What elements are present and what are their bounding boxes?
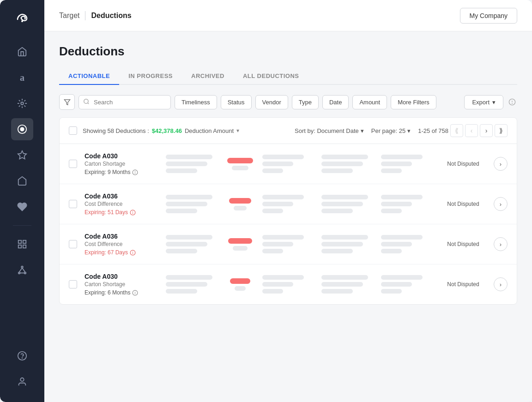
row-checkbox-3[interactable] <box>69 240 77 248</box>
skeleton-bar <box>262 249 283 253</box>
row-info-3: Code A036 Cost Difference Expiring: 67 D… <box>85 233 158 256</box>
export-label: Export <box>472 99 490 106</box>
row-amount-4 <box>225 278 255 291</box>
deduction-amount-chevron[interactable]: ▾ <box>236 127 239 134</box>
deductions-table: Showing 58 Deductions : $42,378.46 Deduc… <box>59 117 517 305</box>
heart-icon[interactable] <box>11 196 33 218</box>
first-page-button[interactable]: ⟪ <box>450 124 463 137</box>
status-filter-button[interactable]: Status <box>221 95 252 109</box>
main-content: Target Deductions My Company Deductions … <box>44 0 532 402</box>
skeleton-bar <box>381 242 412 246</box>
skeleton-bar <box>262 242 294 246</box>
skeleton-bar <box>381 168 402 173</box>
skeleton-bar <box>321 155 368 159</box>
table-row[interactable]: Code A030 Carton Shortage Expiring: 9 Mo… <box>60 144 517 184</box>
vendor-filter-button[interactable]: Vendor <box>255 95 288 109</box>
sort-chevron-icon: ▾ <box>361 127 364 134</box>
more-filters-button[interactable]: More Filters <box>391 95 436 109</box>
sort-label: Sort by: Document Date <box>295 127 359 134</box>
tag-icon[interactable] <box>11 92 33 114</box>
table-row[interactable]: Code A036 Cost Difference Expiring: 51 D… <box>60 184 517 224</box>
total-amount: $42,378.46 <box>152 127 182 134</box>
row-checkbox-4[interactable] <box>69 280 77 288</box>
skeleton-bar <box>321 249 353 253</box>
skeleton-bar <box>321 242 363 246</box>
row-skeleton-14 <box>262 275 314 294</box>
skeleton-bar <box>166 162 207 166</box>
row-arrow-button-3[interactable]: › <box>494 237 508 251</box>
skeleton-bar <box>321 282 363 287</box>
row-checkbox-1[interactable] <box>69 160 77 168</box>
skeleton-bar <box>321 168 353 173</box>
user-icon[interactable] <box>11 371 33 393</box>
search-input[interactable] <box>79 95 171 109</box>
row-info-1: Code A030 Carton Shortage Expiring: 9 Mo… <box>85 152 158 175</box>
svg-line-12 <box>19 268 22 272</box>
skeleton-bar <box>166 155 212 159</box>
export-button[interactable]: Export ▾ <box>464 95 503 109</box>
tab-in-progress[interactable]: IN PROGRESS <box>119 68 182 85</box>
row-arrow-button-2[interactable]: › <box>494 197 508 211</box>
skeleton-bar <box>166 275 212 280</box>
per-page-chevron-icon: ▾ <box>407 127 411 134</box>
row-code-4: Code A030 <box>85 273 158 280</box>
svg-line-20 <box>88 102 89 104</box>
tab-archived[interactable]: ARCHIVED <box>182 68 234 85</box>
svg-rect-5 <box>18 240 21 243</box>
date-filter-button[interactable]: Date <box>322 95 349 109</box>
row-arrow-button-4[interactable]: › <box>494 277 508 291</box>
home-depot-icon[interactable] <box>11 170 33 192</box>
row-type-2: Cost Difference <box>85 201 158 207</box>
timeliness-filter-button[interactable]: Timeliness <box>175 95 217 109</box>
svg-rect-6 <box>23 240 26 243</box>
row-skeleton-13 <box>166 275 218 294</box>
row-skeleton-12 <box>381 235 433 253</box>
next-page-button[interactable]: › <box>480 124 493 137</box>
prev-page-button[interactable]: ‹ <box>465 124 478 137</box>
skeleton-bar <box>262 235 304 240</box>
sort-by-button[interactable]: Sort by: Document Date ▾ <box>295 127 364 134</box>
skeleton-bar <box>262 162 294 166</box>
row-skeleton-11 <box>321 235 374 253</box>
skeleton-bar <box>381 282 412 287</box>
row-skeleton-6 <box>262 195 314 213</box>
tab-all-deductions[interactable]: ALL DEDUCTIONS <box>234 68 308 85</box>
type-filter-button[interactable]: Type <box>292 95 319 109</box>
row-arrow-button-1[interactable]: › <box>494 157 508 171</box>
svg-point-9 <box>21 266 23 268</box>
circle-dot-icon[interactable] <box>11 118 33 140</box>
grid-icon[interactable] <box>11 233 33 255</box>
pagination: 1-25 of 758 ⟪ ‹ › ⟫ <box>418 124 508 137</box>
amount-bar <box>229 198 251 204</box>
my-company-button[interactable]: My Company <box>460 8 517 24</box>
last-page-button[interactable]: ⟫ <box>495 124 508 137</box>
info-icon[interactable] <box>507 97 517 107</box>
select-all-checkbox[interactable] <box>69 126 77 135</box>
filter-icon-button[interactable] <box>59 94 75 110</box>
skeleton-bar <box>381 275 423 280</box>
row-code-3: Code A036 <box>85 233 158 240</box>
per-page-button[interactable]: Per page: 25 ▾ <box>371 127 411 134</box>
amount-filter-button[interactable]: Amount <box>352 95 387 109</box>
home-icon[interactable] <box>11 41 33 63</box>
skeleton-bar <box>166 282 207 287</box>
amazon-icon[interactable]: a <box>11 66 33 89</box>
row-amount-3 <box>225 238 255 251</box>
table-row[interactable]: Code A030 Carton Shortage Expiring: 6 Mo… <box>60 264 517 304</box>
tab-actionable[interactable]: ACTIONABLE <box>59 68 119 85</box>
row-skeleton-2 <box>262 155 314 173</box>
row-skeleton-15 <box>321 275 374 294</box>
row-checkbox-2[interactable] <box>69 200 77 208</box>
deduction-amount-label: Deduction Amount <box>185 127 234 134</box>
sidebar-divider <box>13 225 31 226</box>
table-row[interactable]: Code A036 Cost Difference Expiring: 67 D… <box>60 224 517 264</box>
skeleton-bar <box>321 289 353 294</box>
row-type-3: Cost Difference <box>85 241 158 247</box>
status-badge-1: Not Disputed <box>440 161 486 167</box>
nodes-icon[interactable] <box>11 259 33 281</box>
skeleton-bar <box>166 289 197 294</box>
page-title: Deductions <box>59 44 517 59</box>
help-icon[interactable] <box>11 345 33 367</box>
star-icon[interactable] <box>11 144 33 166</box>
row-code-1: Code A030 <box>85 152 158 160</box>
